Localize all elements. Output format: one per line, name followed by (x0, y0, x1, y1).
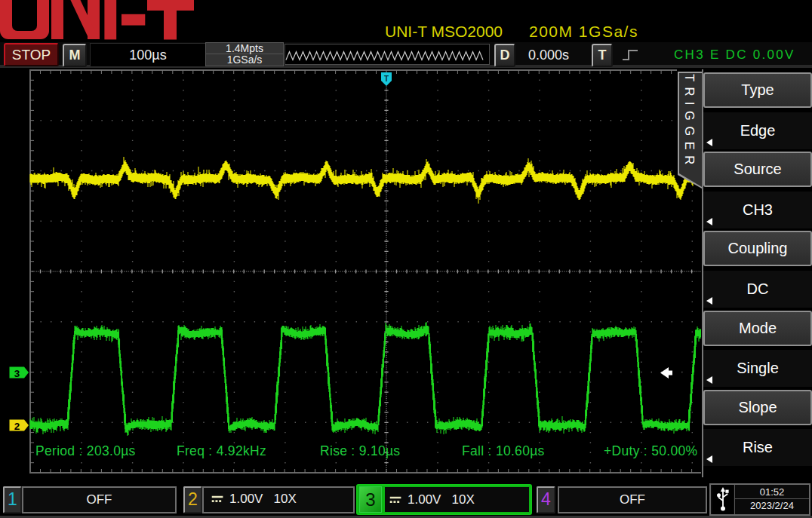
svg-text:Period : 203.0µs: Period : 203.0µs (35, 443, 136, 458)
svg-text:Freq : 4.92kHz: Freq : 4.92kHz (177, 443, 266, 458)
svg-text:+Duty : 50.00%: +Duty : 50.00% (604, 443, 697, 458)
svg-text:Rise : 9.10µs: Rise : 9.10µs (320, 443, 400, 458)
svg-text:Fall : 10.60µs: Fall : 10.60µs (462, 443, 545, 458)
svg-text:T: T (384, 75, 389, 83)
svg-text:2: 2 (14, 421, 20, 432)
svg-text:3: 3 (14, 368, 20, 379)
